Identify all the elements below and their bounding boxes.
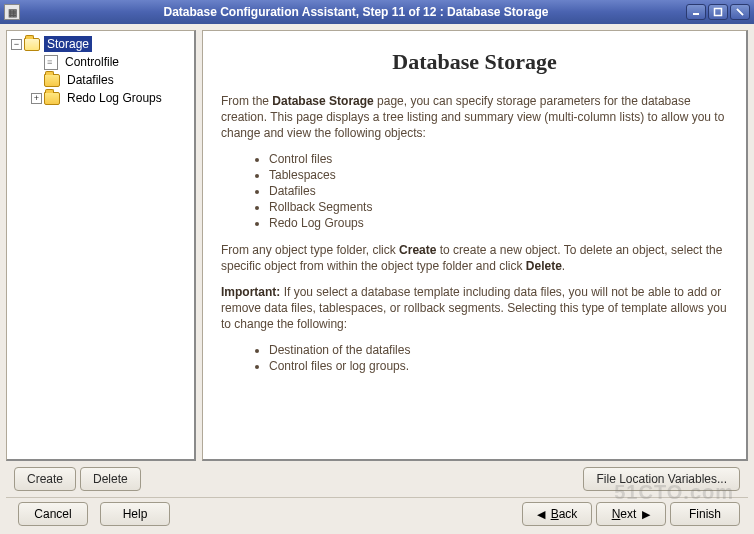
window-body: −StorageControlfileDatafiles+Redo Log Gr… <box>0 24 754 534</box>
tree-item-datafiles[interactable]: Datafiles <box>9 71 192 89</box>
app-icon: ▦ <box>4 4 20 20</box>
list-item: Control files <box>269 152 728 166</box>
chevron-left-icon: ◀ <box>537 508 545 521</box>
content-list-2: Destination of the datafilesControl file… <box>221 343 728 373</box>
list-item: Redo Log Groups <box>269 216 728 230</box>
tree-item-label: Storage <box>44 36 92 52</box>
file-location-variables-button[interactable]: File Location Variables... <box>583 467 740 491</box>
next-button[interactable]: Next ▶ <box>596 502 666 526</box>
maximize-button[interactable] <box>708 4 728 20</box>
collapse-icon[interactable]: − <box>11 39 22 50</box>
tree-panel: −StorageControlfileDatafiles+Redo Log Gr… <box>6 30 196 461</box>
list-item: Tablespaces <box>269 168 728 182</box>
page-heading: Database Storage <box>221 49 728 75</box>
content-paragraph-2: From any object type folder, click Creat… <box>221 242 728 274</box>
cancel-button[interactable]: Cancel <box>18 502 88 526</box>
list-item: Datafiles <box>269 184 728 198</box>
list-item: Destination of the datafiles <box>269 343 728 357</box>
folder-icon <box>44 74 60 87</box>
close-button[interactable] <box>730 4 750 20</box>
folder-icon <box>44 92 60 105</box>
folder-icon <box>24 38 40 51</box>
window-title: Database Configuration Assistant, Step 1… <box>26 5 686 19</box>
svg-rect-1 <box>715 9 722 16</box>
content-paragraph-3: Important: If you select a database temp… <box>221 284 728 333</box>
content-list-1: Control filesTablespacesDatafilesRollbac… <box>221 152 728 230</box>
svg-line-3 <box>737 9 743 15</box>
window-titlebar: ▦ Database Configuration Assistant, Step… <box>0 0 754 24</box>
tree-item-label: Controlfile <box>62 54 122 70</box>
expand-icon[interactable]: + <box>31 93 42 104</box>
content-paragraph-1: From the Database Storage page, you can … <box>221 93 728 142</box>
tree-item-label: Redo Log Groups <box>64 90 165 106</box>
tree-item-redo-log-groups[interactable]: +Redo Log Groups <box>9 89 192 107</box>
help-button[interactable]: Help <box>100 502 170 526</box>
back-button[interactable]: ◀ Back <box>522 502 592 526</box>
tree-item-storage[interactable]: −Storage <box>9 35 192 53</box>
file-icon <box>44 55 58 70</box>
tree-item-label: Datafiles <box>64 72 117 88</box>
delete-button[interactable]: Delete <box>80 467 141 491</box>
chevron-right-icon: ▶ <box>642 508 650 521</box>
content-panel: Database Storage From the Database Stora… <box>202 30 748 461</box>
list-item: Rollback Segments <box>269 200 728 214</box>
list-item: Control files or log groups. <box>269 359 728 373</box>
action-row: Create Delete File Location Variables... <box>6 461 748 495</box>
minimize-button[interactable] <box>686 4 706 20</box>
finish-button[interactable]: Finish <box>670 502 740 526</box>
create-button[interactable]: Create <box>14 467 76 491</box>
footer-row: Cancel Help ◀ Back Next ▶ Finish <box>6 497 748 528</box>
tree-item-controlfile[interactable]: Controlfile <box>9 53 192 71</box>
